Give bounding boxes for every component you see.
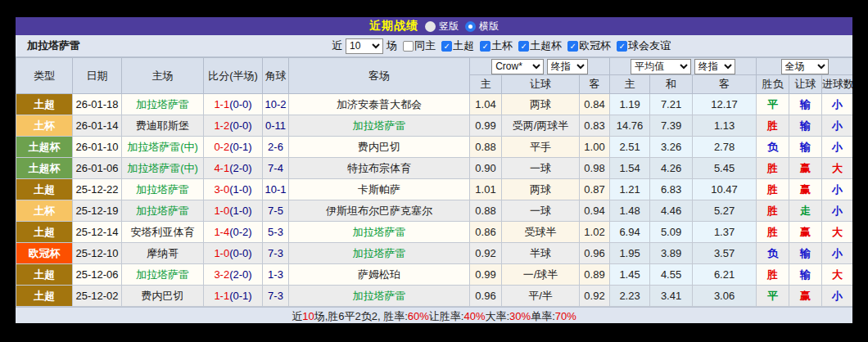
sub-header-avg-draw: 和 xyxy=(650,75,693,94)
date-cell: 25-12-22 xyxy=(73,179,122,200)
date-cell: 26-01-10 xyxy=(73,137,122,158)
filter-item-friendly[interactable]: 球会友谊 xyxy=(617,38,671,53)
avg-home-cell: 1.21 xyxy=(610,179,650,200)
odds-company-select[interactable]: Crow* xyxy=(491,59,544,74)
goals-result-cell: 小 xyxy=(822,137,852,158)
filter-item-cup[interactable]: 土杯 xyxy=(480,38,513,53)
score-cell: 3-2(2-0) xyxy=(204,264,263,286)
date-cell: 25-12-10 xyxy=(73,243,122,264)
checkbox-icon[interactable] xyxy=(403,41,414,52)
sub-header-avg-away: 客 xyxy=(693,75,757,94)
checkbox-label: 土杯 xyxy=(491,38,513,53)
halftime-score: (1-0) xyxy=(229,183,251,196)
odds-company-time-select[interactable]: 终指 xyxy=(547,59,588,74)
average-time-select[interactable]: 终指 xyxy=(694,59,735,74)
odds-home-cell: 1.04 xyxy=(470,94,502,115)
date-cell: 26-01-18 xyxy=(73,94,122,115)
avg-draw-cell: 4.55 xyxy=(650,264,693,286)
filter-item-same-home[interactable]: 同主 xyxy=(403,38,436,53)
checkbox-label: 土超 xyxy=(453,38,474,53)
away-team-cell: 伊斯坦布尔巴萨克塞尔 xyxy=(289,200,470,222)
handicap-result-cell: 赢 xyxy=(789,222,822,243)
handicap-cell: 一球 xyxy=(502,200,580,222)
avg-home-cell: 2.51 xyxy=(610,137,650,158)
home-team-cell: 安塔利亚体育 xyxy=(122,222,204,243)
summary-segment: 单率: xyxy=(531,309,555,324)
handicap-cell: 两球 xyxy=(502,94,580,115)
score-cell: 1-2(0-0) xyxy=(204,115,263,137)
fulltime-score: 1-2 xyxy=(214,119,229,132)
handicap-result-cell: 输 xyxy=(789,264,822,286)
avg-away-cell: 5.27 xyxy=(693,200,757,222)
result-cell: 胜 xyxy=(757,158,789,179)
radio-horizontal-layout[interactable]: 横版 xyxy=(465,20,499,34)
halftime-score: (2-0) xyxy=(229,268,251,281)
avg-home-cell: 1.48 xyxy=(610,200,650,222)
team-name: 加拉塔萨雷 xyxy=(16,38,80,53)
radio-icon[interactable] xyxy=(465,21,476,32)
corner-cell: 2-6 xyxy=(263,137,289,158)
odds-away-cell: 0.94 xyxy=(580,200,610,222)
handicap-result-cell: 输 xyxy=(789,94,822,115)
corner-cell: 10-1 xyxy=(263,179,289,200)
avg-draw-cell: 3.41 xyxy=(650,286,693,307)
avg-selects-cell: 平均值 终指 xyxy=(610,58,757,75)
date-cell: 25-12-02 xyxy=(73,286,122,307)
handicap-cell: 一球 xyxy=(502,158,580,179)
checkbox-icon[interactable] xyxy=(617,41,627,52)
filter-item-super-cup[interactable]: 土超杯 xyxy=(518,38,562,53)
result-cell: 胜 xyxy=(757,222,789,243)
avg-draw-cell: 7.39 xyxy=(650,115,693,137)
type-cell: 土杯 xyxy=(16,115,73,137)
checkbox-icon[interactable] xyxy=(441,41,452,52)
fulltime-score: 4-1 xyxy=(214,162,229,174)
away-team-cell: 加济安泰普大都会 xyxy=(289,94,470,115)
avg-away-cell: 2.78 xyxy=(693,137,757,158)
handicap-result-cell: 赢 xyxy=(789,179,822,200)
fulltime-score: 1-1 xyxy=(214,290,229,302)
result-cell: 负 xyxy=(757,137,789,158)
home-team-cell: 加拉塔萨雷 xyxy=(122,179,204,200)
checkbox-icon[interactable] xyxy=(567,41,578,52)
radio-vertical-label: 竖版 xyxy=(439,20,459,34)
panel-title: 近期战绩 xyxy=(369,19,418,34)
radio-vertical-layout[interactable]: 竖版 xyxy=(425,20,459,34)
avg-away-cell: 6.21 xyxy=(693,264,757,286)
away-team-cell: 卡斯帕萨 xyxy=(289,179,470,200)
halftime-score: (2-0) xyxy=(229,162,251,174)
match-count-select[interactable]: 10 xyxy=(346,38,383,54)
odds-home-cell: 0.96 xyxy=(470,286,502,307)
handicap-cell: 受两/两球半 xyxy=(502,115,580,137)
result-cell: 胜 xyxy=(757,264,789,286)
table-row: 土超25-12-06加拉塔萨雷3-2(2-0)1-3萨姆松珀0.99一/球半0.… xyxy=(16,264,853,286)
col-header-corner: 角球 xyxy=(263,58,289,94)
avg-draw-cell: 4.26 xyxy=(650,158,693,179)
checkbox-label: 欧冠杯 xyxy=(579,38,611,53)
table-row: 欧冠杯25-12-10摩纳哥1-0(0-0)7-3加拉塔萨雷0.92半球0.96… xyxy=(16,243,853,264)
radio-icon[interactable] xyxy=(425,21,436,32)
filter-item-super-lig[interactable]: 土超 xyxy=(441,38,474,53)
halftime-score: (1-0) xyxy=(229,205,251,217)
odds-selects-cell: Crow* 终指 xyxy=(470,58,610,75)
handicap-result-cell: 输 xyxy=(789,243,822,264)
score-cell: 1-4(0-2) xyxy=(204,222,263,243)
table-row: 土超25-12-02费内巴切1-1(0-1)7-3加拉塔萨雷0.96平/半0.9… xyxy=(16,286,853,307)
checkbox-icon[interactable] xyxy=(480,41,491,52)
checkbox-icon[interactable] xyxy=(518,41,529,52)
radio-horizontal-label: 横版 xyxy=(479,20,499,34)
results-tbody: 土超26-01-18加拉塔萨雷1-1(0-0)10-2加济安泰普大都会1.04两… xyxy=(16,94,853,307)
home-team-cell: 摩纳哥 xyxy=(122,243,204,264)
avg-away-cell: 3.57 xyxy=(693,243,757,264)
type-cell: 土超杯 xyxy=(16,137,73,158)
sub-header-handicap: 让球 xyxy=(502,75,580,94)
corner-cell: 7-3 xyxy=(263,243,289,264)
score-cell: 3-0(1-0) xyxy=(204,179,263,200)
odds-home-cell: 1.01 xyxy=(470,179,502,200)
filter-item-champions-league[interactable]: 欧冠杯 xyxy=(567,38,611,53)
odds-home-cell: 0.86 xyxy=(470,222,502,243)
games-label: 场 xyxy=(387,38,397,53)
corner-cell: 1-3 xyxy=(263,264,289,286)
average-select[interactable]: 平均值 xyxy=(631,59,691,74)
scope-select[interactable]: 全场 xyxy=(781,59,829,74)
home-team-cell: 加拉塔萨雷(中) xyxy=(122,158,204,179)
